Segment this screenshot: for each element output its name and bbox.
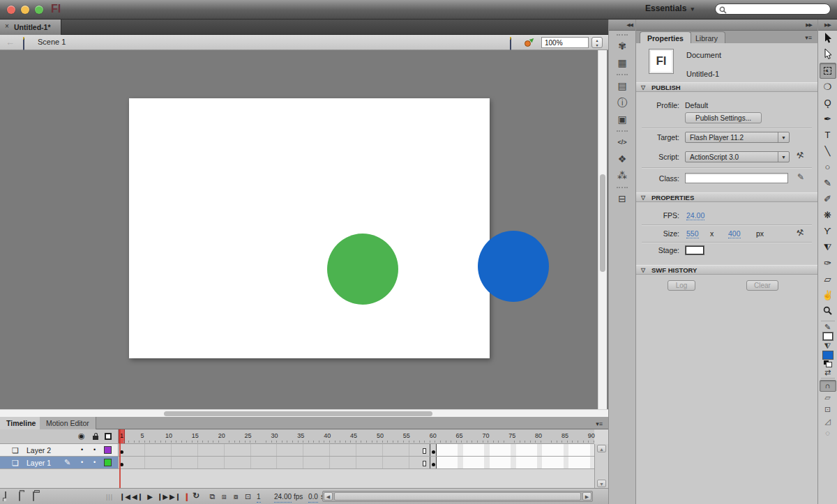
layer-row-layer2[interactable]: ❏ Layer 2 • • xyxy=(0,444,119,457)
black-and-white-icon[interactable] xyxy=(824,360,832,367)
scrollbar-thumb[interactable] xyxy=(164,411,432,416)
stroke-color-swatch[interactable] xyxy=(822,332,834,341)
stage[interactable] xyxy=(129,98,490,358)
pencil-tool[interactable]: ✎ xyxy=(820,175,836,191)
zoom-stepper[interactable]: ▴▾ xyxy=(591,37,603,48)
tab-library[interactable]: Library xyxy=(688,31,725,43)
onion-skin-button[interactable]: ⧉ xyxy=(206,491,218,501)
line-tool[interactable]: ╲ xyxy=(820,143,836,159)
ruler-number[interactable]: 35 xyxy=(294,432,308,439)
publish-section-header[interactable]: ▽ PUBLISH xyxy=(636,82,817,92)
ruler-number[interactable]: 5 xyxy=(135,432,149,439)
components-panel-icon[interactable]: ❖ xyxy=(613,151,631,167)
close-tab-icon[interactable]: × xyxy=(5,23,9,30)
center-frame-button[interactable]: ❙ xyxy=(183,491,189,501)
back-arrow-icon[interactable]: ← xyxy=(6,37,15,47)
ruler-number[interactable]: 25 xyxy=(241,432,255,439)
scale-option[interactable]: ⊡ xyxy=(820,404,836,415)
swf-clear-button[interactable]: Clear xyxy=(746,280,778,291)
eraser-tool[interactable]: ▱ xyxy=(820,271,836,287)
modify-markers-button[interactable]: ⊡ xyxy=(242,491,254,501)
project-panel-icon[interactable]: ⊟ xyxy=(613,191,631,206)
ruler-number[interactable]: 10 xyxy=(162,432,176,439)
frames-row-layer1[interactable] xyxy=(119,457,594,469)
timeline-vertical-scrollbar[interactable]: ▲ ▼ xyxy=(594,444,608,488)
edit-scene-icon[interactable] xyxy=(510,37,511,50)
new-folder-button[interactable] xyxy=(19,491,20,501)
info-panel-icon[interactable]: ⓘ xyxy=(613,95,631,110)
swf-log-button[interactable]: Log xyxy=(668,280,695,291)
ruler-number[interactable]: 15 xyxy=(188,432,202,439)
tab-timeline[interactable]: Timeline xyxy=(0,417,43,429)
class-edit-pencil-icon[interactable]: ✎ xyxy=(797,172,804,182)
scroll-right-arrow[interactable]: ▶ xyxy=(582,492,591,501)
script-settings-wrench-icon[interactable]: ⚒ xyxy=(795,150,805,161)
frame-ruler[interactable]: 151015202530354045505560657075808590 xyxy=(119,429,594,444)
free-transform-tool[interactable] xyxy=(820,63,836,79)
scene-breadcrumb[interactable]: Scene 1 xyxy=(38,38,66,46)
pen-tool[interactable]: ✒ xyxy=(820,111,836,127)
deco-tool[interactable]: ❋ xyxy=(820,207,836,223)
keyframe-cell[interactable] xyxy=(430,444,437,456)
swf-history-section-header[interactable]: ▽ SWF HISTORY xyxy=(636,265,817,275)
fps-value[interactable]: 24.00 xyxy=(686,211,704,220)
oval-tool[interactable]: ○ xyxy=(820,159,836,175)
paint-bucket-tool[interactable]: ⧨ xyxy=(820,239,836,255)
layer-outline-color-swatch[interactable] xyxy=(104,459,112,466)
ruler-number[interactable]: 45 xyxy=(347,432,361,439)
swatches-panel-icon[interactable]: ▦ xyxy=(613,55,631,70)
layer-lock-dot[interactable]: • xyxy=(93,459,96,466)
step-forward-button[interactable]: ❙▶ xyxy=(156,492,169,502)
empty-frames[interactable] xyxy=(437,457,594,468)
ruler-number[interactable]: 60 xyxy=(426,432,440,439)
ruler-number[interactable]: 90 xyxy=(585,432,598,439)
frames-row-layer2[interactable] xyxy=(119,444,594,457)
brush-tool[interactable]: ✐ xyxy=(820,191,836,207)
outline-layers-icon[interactable] xyxy=(105,433,112,440)
current-frame-value[interactable]: 1 xyxy=(257,492,261,503)
goto-last-frame-button[interactable]: ▶❙ xyxy=(169,492,181,502)
frame-span[interactable] xyxy=(119,444,430,456)
hand-tool[interactable]: ✌ xyxy=(820,287,836,303)
ruler-number[interactable]: 55 xyxy=(400,432,414,439)
canvas-vertical-scrollbar[interactable] xyxy=(598,50,607,409)
collapse-left-icon[interactable]: ◀◀ xyxy=(626,22,633,27)
class-input[interactable] xyxy=(685,173,788,183)
ruler-number[interactable]: 85 xyxy=(558,432,572,439)
selection-tool[interactable] xyxy=(820,31,836,47)
panel-menu-icon[interactable]: ▾≡ xyxy=(596,420,603,427)
window-close-button[interactable] xyxy=(7,6,15,14)
edit-symbols-icon[interactable] xyxy=(525,38,534,47)
search-input[interactable] xyxy=(728,5,826,13)
keyframe-cell[interactable] xyxy=(430,457,437,468)
window-zoom-button[interactable] xyxy=(35,6,43,14)
publish-settings-button[interactable]: Publish Settings... xyxy=(685,112,762,123)
scroll-down-arrow[interactable]: ▼ xyxy=(597,480,606,487)
search-box[interactable] xyxy=(715,3,831,15)
resize-grip[interactable]: ||| xyxy=(106,492,113,502)
window-minimize-button[interactable] xyxy=(21,6,29,14)
loop-playback-button[interactable]: ↻ xyxy=(193,491,199,501)
layer-name[interactable]: Layer 1 xyxy=(27,459,51,467)
end-frame-marker[interactable] xyxy=(423,461,426,466)
tools-collapse-bar[interactable]: ▶▶ xyxy=(818,20,837,31)
scrollbar-thumb[interactable] xyxy=(600,174,605,272)
ruler-number[interactable]: 40 xyxy=(320,432,334,439)
ruler-number[interactable]: 80 xyxy=(531,432,545,439)
rotate-skew-option[interactable]: ▱ xyxy=(820,392,836,404)
envelope-option[interactable]: ◌ xyxy=(820,427,836,439)
onion-skin-outlines-button[interactable]: ⧈ xyxy=(218,491,230,501)
size-width-value[interactable]: 550 xyxy=(686,229,699,238)
step-back-button[interactable]: ◀❙ xyxy=(131,492,144,502)
subselection-tool[interactable] xyxy=(820,47,836,63)
end-frame-marker[interactable] xyxy=(423,448,426,454)
canvas-horizontal-scrollbar[interactable] xyxy=(0,409,608,417)
ruler-number[interactable]: 70 xyxy=(478,432,492,439)
text-tool[interactable]: T xyxy=(820,127,836,143)
ruler-number[interactable]: 20 xyxy=(215,432,229,439)
script-dropdown[interactable]: ActionScript 3.0 ▼ xyxy=(685,151,790,162)
snap-to-objects-option[interactable]: ∩ xyxy=(820,380,836,392)
layer-visibility-dot[interactable]: • xyxy=(81,459,83,466)
play-button[interactable]: ▶ xyxy=(144,492,156,502)
dock-collapse-bar[interactable]: ◀◀ xyxy=(609,20,635,31)
